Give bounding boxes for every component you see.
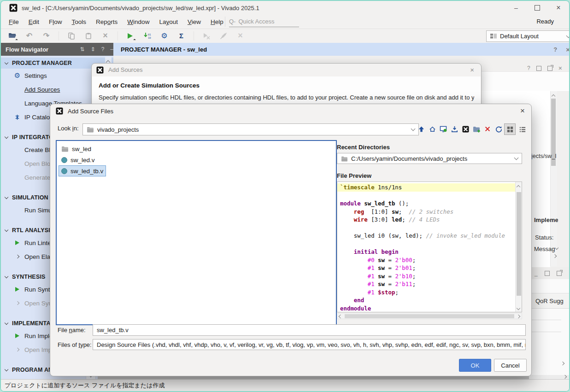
sidebar-item-label: IP Catalog xyxy=(24,114,53,121)
float-panel-icon[interactable] xyxy=(557,271,562,276)
minimize-panel-icon[interactable]: – xyxy=(110,46,113,53)
layout-selector[interactable]: Default Layout xyxy=(486,30,569,42)
undo-icon[interactable]: ↶ xyxy=(24,31,34,41)
scroll-left-icon[interactable] xyxy=(339,314,342,318)
maximize-panel-icon[interactable] xyxy=(536,66,541,71)
file-preview-code: `timescale 1ns/1ns​module sw_led_tb (); … xyxy=(337,182,516,312)
report-sigma-icon[interactable]: Σ xyxy=(176,31,186,41)
minimize-icon[interactable]: – xyxy=(505,1,527,15)
maximize-panel-icon[interactable] xyxy=(545,271,550,276)
up-directory-icon[interactable] xyxy=(417,125,425,133)
file-name-value: sw_led_tb.v xyxy=(97,327,129,333)
menu-help[interactable]: Help xyxy=(211,18,223,25)
tab-qor-suggestions[interactable]: QoR Sugg xyxy=(531,293,569,309)
menu-reports[interactable]: Reports xyxy=(96,18,118,25)
menu-separator xyxy=(225,17,225,27)
run-play-icon xyxy=(13,240,22,245)
folder-icon xyxy=(87,126,94,133)
menu-window[interactable]: Window xyxy=(127,18,149,25)
help-icon[interactable]: ? xyxy=(527,65,530,71)
ok-button[interactable]: OK xyxy=(459,359,491,372)
cancel-button[interactable]: Cancel xyxy=(494,359,527,372)
close-icon[interactable]: × xyxy=(470,66,481,74)
code-line: endmodule xyxy=(337,304,516,312)
file-row-sw_led[interactable]: sw_led xyxy=(59,143,94,154)
menu-view[interactable]: View xyxy=(188,18,201,25)
quick-access-placeholder: Quick Access xyxy=(238,18,274,25)
collapse-all-icon[interactable]: ⇅ xyxy=(80,46,85,53)
files-of-type-select[interactable]: Design Source Files (.vhd, vhdl, vhf, vh… xyxy=(93,339,526,350)
status-label-fragment: Status: xyxy=(535,234,553,241)
chevron-down-icon xyxy=(5,135,8,138)
add-source-files-titlebar[interactable]: Add Source Files xyxy=(50,104,531,118)
files-of-type-value: Design Source Files (.vhd, vhdl, vhf, vh… xyxy=(97,341,526,348)
code-line: ​ xyxy=(337,240,516,248)
add-sources-dialog-titlebar[interactable]: Add Sources × xyxy=(92,64,481,76)
preview-horizontal-scrollbar[interactable] xyxy=(337,313,522,319)
menu-file[interactable]: File xyxy=(9,18,19,25)
delete-icon[interactable]: × xyxy=(100,31,110,41)
vivado-logo-icon[interactable] xyxy=(461,125,470,133)
scroll-up-icon[interactable] xyxy=(517,185,520,189)
preview-hscroll-thumb[interactable] xyxy=(345,314,514,318)
run-icon[interactable] xyxy=(125,31,135,41)
scroll-right-icon[interactable] xyxy=(517,314,520,318)
look-in-combobox[interactable]: vivado_projects xyxy=(82,123,419,135)
code-line: wire [3:0] led; // 4 LEDs xyxy=(337,216,516,224)
menu-flow[interactable]: Flow xyxy=(49,18,62,25)
new-folder-icon[interactable] xyxy=(472,125,481,133)
window-title: sw_led - [C:/Users/yamin/Documents/vivad… xyxy=(22,5,259,12)
file-name-input[interactable]: sw_led_tb.v xyxy=(93,324,526,336)
home-icon[interactable] xyxy=(428,125,436,133)
paste-icon[interactable] xyxy=(83,31,93,41)
refresh-icon[interactable] xyxy=(494,125,503,133)
quick-access-search[interactable]: Q- Quick Access xyxy=(229,16,299,27)
chevron-right-icon xyxy=(13,302,22,304)
settings-gear-icon[interactable]: ⚙ xyxy=(159,31,169,41)
desktop-icon[interactable] xyxy=(439,125,447,133)
close-icon[interactable]: × xyxy=(566,46,569,53)
menu-layout[interactable]: Layout xyxy=(159,18,178,25)
project-path-fragment: jects/sw_l xyxy=(531,153,557,159)
title-bar: sw_led - [C:/Users/yamin/Documents/vivad… xyxy=(1,1,569,15)
float-panel-icon[interactable] xyxy=(547,66,552,71)
close-panel-icon[interactable]: × xyxy=(558,64,562,72)
open-recent-project-icon[interactable] xyxy=(7,31,17,41)
close-icon[interactable]: × xyxy=(520,106,525,116)
verilog-file-icon xyxy=(61,157,67,163)
help-icon[interactable]: ? xyxy=(553,46,557,53)
copy-icon[interactable] xyxy=(66,31,76,41)
table-row-divider xyxy=(531,320,561,320)
menu-edit[interactable]: Edit xyxy=(29,18,39,25)
recent-directories-combobox[interactable]: C:/Users/yamin/Documents/vivado_projects xyxy=(337,153,522,164)
file-row-sw_led_tb.v[interactable]: sw_led_tb.v xyxy=(59,165,106,176)
pencil-disabled-icon[interactable] xyxy=(218,31,228,41)
preview-scroll-thumb[interactable] xyxy=(517,192,521,296)
chevron-down-icon xyxy=(5,60,8,64)
add-sources-description: Specify simulation specific HDL files, o… xyxy=(99,94,474,101)
close-icon[interactable]: × xyxy=(548,1,569,15)
file-row-sw_led.v[interactable]: sw_led.v xyxy=(59,154,98,165)
chevron-down-icon xyxy=(5,274,8,278)
minimize-panel-icon[interactable]: _ xyxy=(535,270,538,276)
menu-tools[interactable]: Tools xyxy=(72,18,87,25)
run-steps-icon[interactable]: 0110 xyxy=(142,31,152,41)
code-line: end xyxy=(337,296,516,304)
abort-run-icon[interactable] xyxy=(201,31,211,41)
file-name-label: File name: xyxy=(58,327,86,333)
layout-selector-value: Default Layout xyxy=(500,33,539,40)
list-view-icon[interactable] xyxy=(517,123,528,135)
folder-icon xyxy=(341,156,348,162)
grid-view-icon[interactable] xyxy=(504,123,516,135)
kill-icon[interactable]: × xyxy=(235,31,245,41)
redo-icon[interactable]: ↷ xyxy=(41,31,51,41)
scroll-down-icon[interactable] xyxy=(517,306,520,310)
file-list[interactable]: sw_ledsw_led.vsw_led_tb.v xyxy=(56,140,337,325)
expand-all-icon[interactable]: ⇕ xyxy=(91,46,95,53)
maximize-icon[interactable] xyxy=(527,1,548,15)
download-icon[interactable] xyxy=(450,125,458,133)
chevron-right-icon xyxy=(13,348,22,351)
sidebar-item-label: Settings xyxy=(24,72,47,79)
delete-icon[interactable] xyxy=(483,125,492,133)
help-icon[interactable]: ? xyxy=(101,46,105,53)
